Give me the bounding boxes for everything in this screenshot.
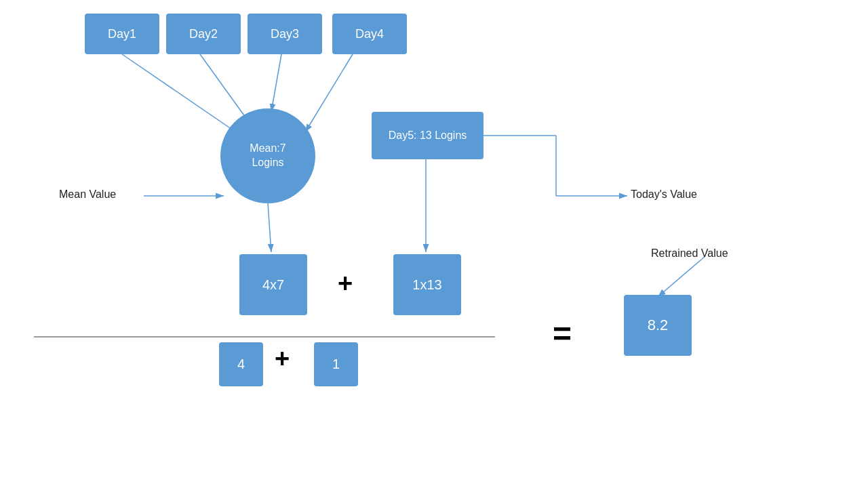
- day2-label: Day2: [189, 27, 218, 41]
- day1-label: Day1: [108, 27, 136, 41]
- day3-label: Day3: [271, 27, 299, 41]
- equals-operator: =: [553, 315, 572, 352]
- result-box: 8.2: [624, 295, 692, 356]
- box-1x13: 1x13: [393, 254, 461, 315]
- box-4: 4: [219, 342, 263, 386]
- box-1: 1: [314, 342, 358, 386]
- svg-line-11: [658, 256, 705, 297]
- day5-box: Day5: 13 Logins: [372, 112, 484, 159]
- diagram-container: Day1 Day2 Day3 Day4 Mean:7 Logins Day5: …: [0, 0, 868, 488]
- box-1-label: 1: [332, 357, 340, 372]
- svg-line-5: [268, 203, 271, 252]
- day4-label: Day4: [355, 27, 384, 41]
- day5-label: Day5: 13 Logins: [389, 129, 467, 142]
- mean-circle: Mean:7 Logins: [220, 108, 315, 203]
- plus-operator-2: +: [275, 344, 290, 373]
- divider-line: [34, 336, 495, 338]
- todays-value-label: Today's Value: [631, 188, 697, 201]
- svg-line-3: [271, 54, 281, 112]
- day4-box: Day4: [332, 14, 407, 54]
- mean-circle-line1: Mean:7: [250, 142, 285, 156]
- box-4x7: 4x7: [239, 254, 307, 315]
- box-1x13-label: 1x13: [412, 277, 441, 293]
- day2-box: Day2: [166, 14, 241, 54]
- plus-operator-1: +: [338, 269, 353, 298]
- arrows-svg: [0, 0, 868, 488]
- retrained-value-label: Retrained Value: [651, 247, 728, 260]
- box-4x7-label: 4x7: [262, 277, 284, 293]
- day1-box: Day1: [85, 14, 159, 54]
- result-label: 8.2: [648, 317, 669, 334]
- box-4-label: 4: [237, 357, 245, 372]
- day3-box: Day3: [248, 14, 322, 54]
- mean-circle-line2: Logins: [250, 156, 285, 170]
- mean-value-label: Mean Value: [59, 188, 116, 201]
- svg-line-4: [305, 54, 353, 132]
